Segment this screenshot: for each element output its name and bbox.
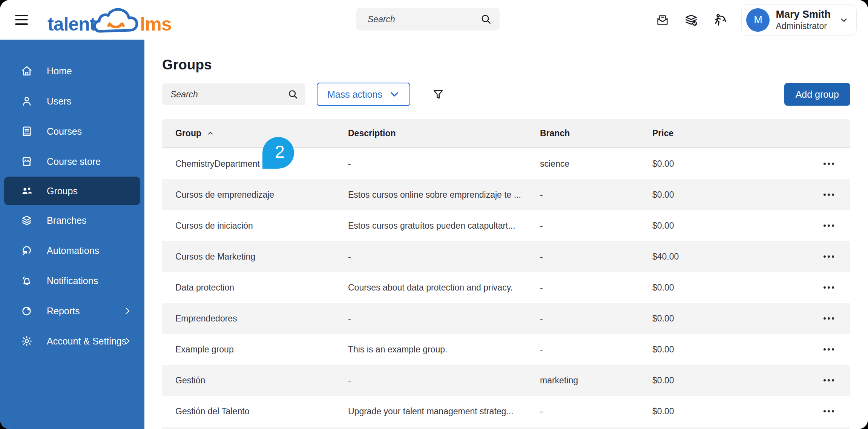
- add-group-button[interactable]: Add group: [784, 83, 850, 106]
- cloud-smile-icon: [95, 6, 140, 34]
- groups-icon: [20, 185, 33, 197]
- gear-icon: [20, 335, 33, 348]
- app-window: talent lms: [0, 0, 868, 429]
- sidebar-item-automations[interactable]: Automations: [0, 235, 144, 266]
- table-row: Gestión-marketing$0.00: [162, 365, 850, 396]
- sidebar-item-notifications[interactable]: Notifications: [0, 266, 144, 296]
- cell-price: $0.00: [652, 314, 811, 324]
- user-icon: [20, 95, 33, 108]
- cell-group[interactable]: Gestión del Talento: [175, 406, 348, 417]
- cell-price: $0.00: [652, 283, 811, 293]
- sidebar-item-branches[interactable]: Branches: [0, 205, 144, 235]
- inbox-message-icon[interactable]: [655, 13, 670, 27]
- groups-search-input[interactable]: [170, 89, 287, 100]
- sidebar-item-users[interactable]: Users: [0, 86, 144, 116]
- switch-view-icon[interactable]: [713, 13, 727, 27]
- row-actions-ellipsis-icon[interactable]: [811, 255, 837, 258]
- global-search-input[interactable]: [368, 14, 480, 25]
- row-actions-ellipsis-icon[interactable]: [811, 379, 837, 381]
- cell-price: $0.00: [652, 406, 811, 417]
- cell-group[interactable]: Emprendedores: [175, 314, 348, 324]
- cell-description: Upgrade your talent management strateg..…: [348, 406, 540, 417]
- row-actions-ellipsis-icon[interactable]: [811, 163, 837, 165]
- cell-group[interactable]: Cursos de Marketing: [175, 252, 348, 262]
- sidebar-item-home[interactable]: Home: [0, 56, 144, 86]
- table-row-partial: [162, 427, 850, 429]
- sort-ascending-icon: [207, 129, 214, 137]
- table-row: Example groupThis is an example group.-$…: [162, 334, 850, 365]
- cell-description: This is an example group.: [348, 344, 540, 355]
- sidebar-item-label: Groups: [47, 186, 78, 197]
- cell-description: -: [348, 375, 540, 386]
- course-stack-check-icon[interactable]: [684, 13, 698, 27]
- talentlms-logo: talent lms: [48, 6, 172, 34]
- cell-price: $0.00: [652, 344, 811, 355]
- cell-group[interactable]: Cursos de emprenedizaje: [175, 190, 348, 200]
- mass-actions-button[interactable]: Mass actions: [317, 83, 410, 106]
- chevron-down-icon: [839, 15, 849, 25]
- cell-branch: -: [540, 283, 652, 293]
- cell-group[interactable]: Cursos de iniciación: [175, 221, 348, 231]
- sidebar-item-label: Reports: [47, 306, 80, 317]
- row-actions-ellipsis-icon[interactable]: [811, 317, 837, 320]
- step-callout-badge: 2: [262, 137, 294, 169]
- sidebar-item-label: Course store: [47, 156, 101, 167]
- table-row: Emprendedores--$0.00: [162, 303, 850, 334]
- store-icon: [20, 155, 33, 168]
- sidebar: HomeUsersCoursesCourse storeGroupsBranch…: [0, 40, 144, 429]
- column-header-group[interactable]: Group: [175, 128, 348, 138]
- cell-branch: -: [540, 344, 652, 355]
- cell-description: -: [348, 314, 540, 324]
- row-actions-ellipsis-icon[interactable]: [811, 286, 837, 289]
- table-row: Cursos de emprenedizajeEstos cursos onli…: [162, 179, 850, 210]
- column-header-description: Description: [348, 128, 540, 138]
- sidebar-item-label: Branches: [47, 215, 87, 226]
- user-role: Administrator: [776, 21, 831, 32]
- cell-price: $0.00: [652, 190, 811, 200]
- user-name: Mary Smith: [776, 8, 831, 21]
- automation-icon: [20, 244, 33, 257]
- cell-group[interactable]: Data protection: [175, 283, 348, 293]
- row-actions-ellipsis-icon[interactable]: [811, 410, 837, 412]
- table-row: Cursos de Marketing--$40.00: [162, 241, 850, 272]
- row-actions-ellipsis-icon[interactable]: [811, 348, 837, 351]
- search-icon[interactable]: [287, 89, 299, 100]
- cell-branch: -: [540, 190, 652, 200]
- sidebar-item-account-settings[interactable]: Account & Settings: [0, 326, 144, 356]
- hamburger-menu-icon[interactable]: [15, 15, 28, 25]
- cell-branch: marketing: [540, 375, 652, 386]
- sidebar-item-course-store[interactable]: Course store: [0, 146, 144, 177]
- bell-icon: [20, 274, 33, 287]
- chevron-down-icon: [389, 89, 400, 100]
- toolbar: Mass actions Add group: [162, 83, 850, 106]
- table-row: Cursos de iniciaciónEstos cursos gratuít…: [162, 210, 850, 241]
- user-menu[interactable]: M Mary Smith Administrator: [741, 4, 857, 36]
- table-body: ChemistryDepartment-science$0.00Cursos d…: [162, 148, 850, 427]
- page-title: Groups: [162, 57, 850, 73]
- cell-branch: -: [540, 221, 652, 231]
- sidebar-item-courses[interactable]: Courses: [0, 116, 144, 146]
- main-content: Groups Mass actions Add grou: [144, 40, 868, 429]
- global-search: [356, 8, 500, 31]
- book-icon: [20, 125, 33, 138]
- logo-text-talent: talent: [48, 15, 95, 34]
- home-icon: [20, 65, 33, 77]
- layers-icon: [20, 214, 33, 227]
- logo-text-lms: lms: [140, 15, 171, 34]
- row-actions-ellipsis-icon[interactable]: [811, 194, 837, 196]
- row-actions-ellipsis-icon[interactable]: [811, 224, 837, 227]
- search-icon[interactable]: [480, 13, 492, 25]
- sidebar-item-reports[interactable]: Reports: [0, 296, 144, 326]
- sidebar-item-label: Courses: [47, 126, 82, 137]
- cell-group[interactable]: ChemistryDepartment: [175, 159, 348, 169]
- filter-icon[interactable]: [431, 88, 445, 101]
- cell-branch: -: [540, 252, 652, 262]
- top-bar: talent lms: [0, 0, 868, 40]
- sidebar-item-groups[interactable]: Groups: [4, 177, 140, 205]
- cell-price: $0.00: [652, 221, 811, 231]
- cell-group[interactable]: Example group: [175, 344, 348, 355]
- cell-group[interactable]: Gestión: [175, 375, 348, 386]
- cell-price: $0.00: [652, 159, 811, 169]
- cell-branch: -: [540, 314, 652, 324]
- pie-chart-icon: [20, 304, 33, 317]
